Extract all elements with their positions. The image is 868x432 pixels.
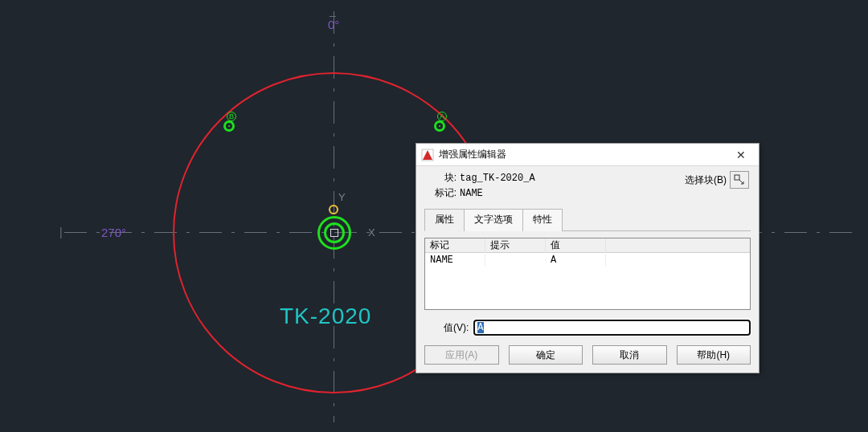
- cancel-button[interactable]: 取消: [592, 345, 667, 365]
- svg-rect-2: [735, 175, 739, 180]
- grid-row[interactable]: NAME A: [425, 253, 750, 267]
- autocad-app-icon: [421, 149, 434, 161]
- attributes-grid[interactable]: 标记 提示 值 NAME A: [424, 238, 751, 310]
- equipment-tag-label: TK-2020: [280, 304, 371, 329]
- axis-y-label: Y: [338, 191, 346, 203]
- cell-prompt: [485, 259, 546, 261]
- grid-header-row: 标记 提示 值: [425, 238, 750, 253]
- tag-value: NAME: [460, 188, 483, 199]
- dialog-tabs: 属性 文字选项 特性: [424, 208, 751, 231]
- value-input[interactable]: [473, 320, 751, 336]
- svg-marker-0: [423, 150, 432, 160]
- cell-value: A: [546, 254, 606, 267]
- col-value[interactable]: 值: [546, 238, 606, 253]
- nozzle-a[interactable]: A: [434, 120, 445, 132]
- pick-icon: [734, 174, 745, 185]
- axis-x-label: X: [368, 226, 375, 238]
- close-button[interactable]: ✕: [725, 145, 757, 165]
- select-block-label: 选择块(B): [685, 173, 727, 187]
- nozzle-b-label: B: [227, 112, 236, 121]
- tab-text-options[interactable]: 文字选项: [464, 209, 523, 231]
- apply-button[interactable]: 应用(A): [424, 345, 499, 365]
- tab-attributes[interactable]: 属性: [424, 209, 465, 231]
- enhanced-attribute-editor-dialog: 增强属性编辑器 ✕ 块: tag_TK-2020_A 标记: NAME 选择块(…: [416, 143, 760, 373]
- svg-line-3: [739, 180, 743, 184]
- value-label: 值(V):: [424, 321, 469, 335]
- nozzle-b[interactable]: B: [223, 120, 235, 132]
- col-prompt[interactable]: 提示: [485, 238, 546, 253]
- block-label: 块:: [424, 171, 460, 185]
- block-value: tag_TK-2020_A: [460, 173, 535, 184]
- select-block-button[interactable]: [730, 171, 749, 189]
- nozzle-a-label: A: [437, 112, 447, 121]
- dialog-titlebar[interactable]: 增强属性编辑器 ✕: [416, 144, 759, 166]
- cell-tag: NAME: [425, 254, 485, 267]
- tag-label: 标记:: [424, 186, 460, 200]
- tab-properties[interactable]: 特性: [522, 209, 563, 231]
- line-cap: |: [59, 226, 63, 238]
- dialog-title: 增强属性编辑器: [439, 148, 725, 161]
- line-cap: _: [330, 5, 336, 16]
- ok-button[interactable]: 确定: [509, 345, 583, 365]
- angle-label-top: 0°: [328, 18, 339, 31]
- help-button[interactable]: 帮助(H): [677, 345, 751, 365]
- center-marker[interactable]: [317, 216, 351, 250]
- angle-label-left: 270°: [101, 226, 126, 239]
- col-tag[interactable]: 标记: [425, 238, 485, 253]
